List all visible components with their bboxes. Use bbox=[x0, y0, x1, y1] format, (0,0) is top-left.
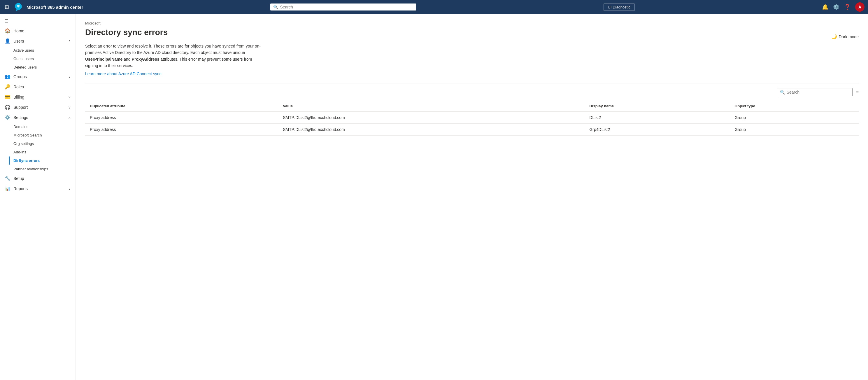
sidebar-sub-partner-relationships[interactable]: Partner relationships bbox=[0, 165, 75, 173]
sidebar-sub-deleted-users[interactable]: Deleted users bbox=[0, 63, 75, 71]
hamburger-icon: ☰ bbox=[5, 19, 8, 23]
users-icon: 👤 bbox=[5, 38, 10, 44]
cell-display-name: Grp4DList2 bbox=[585, 123, 730, 135]
breadcrumb: Microsoft bbox=[85, 21, 859, 25]
table-search-input[interactable] bbox=[787, 90, 849, 94]
dark-mode-label: Dark mode bbox=[839, 34, 859, 39]
app-title: Microsoft 365 admin center bbox=[27, 5, 83, 10]
description-middle-text: and bbox=[122, 57, 131, 61]
sidebar-roles-label: Roles bbox=[13, 85, 71, 89]
app-logo bbox=[14, 2, 23, 12]
sidebar-item-roles[interactable]: 🔑 Roles bbox=[0, 82, 75, 92]
avatar[interactable]: A bbox=[855, 2, 865, 12]
sidebar-sub-org-settings[interactable]: Org settings bbox=[0, 139, 75, 148]
billing-icon: 💳 bbox=[5, 94, 10, 100]
sidebar-item-settings[interactable]: ⚙️ Settings ∧ bbox=[0, 112, 75, 122]
data-table: Duplicated attribute Value Display name … bbox=[85, 101, 859, 136]
top-nav: ⊞ Microsoft 365 admin center 🔍 UI Diagno… bbox=[0, 0, 868, 14]
sidebar-item-billing[interactable]: 💳 Billing ∨ bbox=[0, 92, 75, 102]
sidebar: ☰ 🏠 Home 👤 Users ∧ Active users Guest us… bbox=[0, 14, 76, 380]
settings-icon[interactable]: ⚙️ bbox=[833, 4, 839, 10]
sidebar-item-reports[interactable]: 📊 Reports ∨ bbox=[0, 183, 75, 194]
filter-icon[interactable]: ≡ bbox=[856, 90, 859, 95]
help-icon[interactable]: ❓ bbox=[844, 4, 850, 10]
sidebar-settings-label: Settings bbox=[13, 115, 65, 120]
sidebar-item-home[interactable]: 🏠 Home bbox=[0, 26, 75, 36]
sidebar-item-users[interactable]: 👤 Users ∧ bbox=[0, 36, 75, 46]
cell-value: SMTP:DList2@fkd.exchcloud.com bbox=[278, 123, 585, 135]
grid-menu-icon[interactable]: ⊞ bbox=[3, 3, 10, 11]
cell-display-name: DList2 bbox=[585, 111, 730, 124]
col-header-value: Value bbox=[278, 101, 585, 111]
sidebar-sub-guest-users[interactable]: Guest users bbox=[0, 55, 75, 63]
bold-text-1: UserPrincipalName bbox=[85, 57, 122, 61]
table-row[interactable]: Proxy addressSMTP:DList2@fkd.exchcloud.c… bbox=[85, 123, 859, 135]
notifications-icon[interactable]: 🔔 bbox=[822, 4, 828, 10]
table-toolbar: 🔍 ≡ bbox=[85, 88, 859, 96]
table-row[interactable]: Proxy addressSMTP:DList2@fkd.exchcloud.c… bbox=[85, 111, 859, 124]
sidebar-sub-domains[interactable]: Domains bbox=[0, 122, 75, 131]
main-content: 🌙 Dark mode Microsoft Directory sync err… bbox=[76, 14, 868, 380]
sidebar-item-setup[interactable]: 🔧 Setup bbox=[0, 173, 75, 183]
sidebar-billing-label: Billing bbox=[13, 95, 65, 99]
users-chevron-icon: ∧ bbox=[68, 39, 71, 43]
sidebar-collapse-toggle[interactable]: ☰ bbox=[0, 16, 75, 26]
home-icon: 🏠 bbox=[5, 28, 10, 33]
cell-duplicated-attribute: Proxy address bbox=[85, 123, 278, 135]
sidebar-groups-label: Groups bbox=[13, 75, 65, 79]
description-text-start: Select an error to view and resolve it. … bbox=[85, 44, 261, 55]
billing-chevron-icon: ∨ bbox=[68, 95, 71, 99]
support-chevron-icon: ∨ bbox=[68, 105, 71, 109]
sidebar-sub-dirsync-errors[interactable]: DirSync errors bbox=[0, 156, 75, 165]
search-icon: 🔍 bbox=[273, 5, 278, 9]
sidebar-support-label: Support bbox=[13, 105, 65, 110]
support-icon: 🎧 bbox=[5, 105, 10, 110]
sidebar-sub-add-ins[interactable]: Add-ins bbox=[0, 148, 75, 156]
groups-icon: 👥 bbox=[5, 74, 10, 79]
setup-icon: 🔧 bbox=[5, 176, 10, 181]
settings-chevron-icon: ∧ bbox=[68, 116, 71, 120]
sidebar-item-support[interactable]: 🎧 Support ∨ bbox=[0, 102, 75, 112]
cell-object-type: Group bbox=[730, 111, 859, 124]
table-search-icon: 🔍 bbox=[780, 90, 785, 94]
sidebar-setup-label: Setup bbox=[13, 176, 71, 181]
settings-submenu: Domains Microsoft Search Org settings Ad… bbox=[0, 122, 75, 173]
learn-more-link[interactable]: Learn more about Azure AD Connect sync bbox=[85, 71, 161, 76]
sidebar-item-groups[interactable]: 👥 Groups ∨ bbox=[0, 71, 75, 82]
cell-duplicated-attribute: Proxy address bbox=[85, 111, 278, 124]
settings-nav-icon: ⚙️ bbox=[5, 115, 10, 120]
page-title: Directory sync errors bbox=[85, 28, 859, 37]
table-header-row: Duplicated attribute Value Display name … bbox=[85, 101, 859, 111]
table-body: Proxy addressSMTP:DList2@fkd.exchcloud.c… bbox=[85, 111, 859, 136]
bold-text-2: ProxyAddress bbox=[132, 57, 159, 61]
cell-object-type: Group bbox=[730, 123, 859, 135]
col-header-display-name: Display name bbox=[585, 101, 730, 111]
table-search-box[interactable]: 🔍 bbox=[777, 88, 852, 96]
reports-chevron-icon: ∨ bbox=[68, 187, 71, 191]
dark-mode-toggle[interactable]: 🌙 Dark mode bbox=[831, 34, 859, 39]
col-header-object-type: Object type bbox=[730, 101, 859, 111]
sidebar-sub-active-users[interactable]: Active users bbox=[0, 46, 75, 55]
cell-value: SMTP:DList2@fkd.exchcloud.com bbox=[278, 111, 585, 124]
sidebar-reports-label: Reports bbox=[13, 186, 65, 191]
users-submenu: Active users Guest users Deleted users bbox=[0, 46, 75, 71]
col-header-duplicated-attribute: Duplicated attribute bbox=[85, 101, 278, 111]
top-search-box[interactable]: 🔍 bbox=[270, 3, 416, 10]
roles-icon: 🔑 bbox=[5, 84, 10, 90]
search-input[interactable] bbox=[280, 5, 413, 9]
top-nav-icons: 🔔 ⚙️ ❓ A bbox=[822, 2, 865, 12]
sidebar-sub-microsoft-search[interactable]: Microsoft Search bbox=[0, 131, 75, 139]
page-description: Select an error to view and resolve it. … bbox=[85, 43, 266, 69]
dark-mode-icon: 🌙 bbox=[831, 34, 837, 39]
ui-diagnostic-button[interactable]: UI Diagnostic bbox=[603, 3, 635, 11]
groups-chevron-icon: ∨ bbox=[68, 75, 71, 79]
reports-icon: 📊 bbox=[5, 186, 10, 191]
sidebar-users-label: Users bbox=[13, 39, 65, 43]
sidebar-home-label: Home bbox=[13, 29, 71, 33]
